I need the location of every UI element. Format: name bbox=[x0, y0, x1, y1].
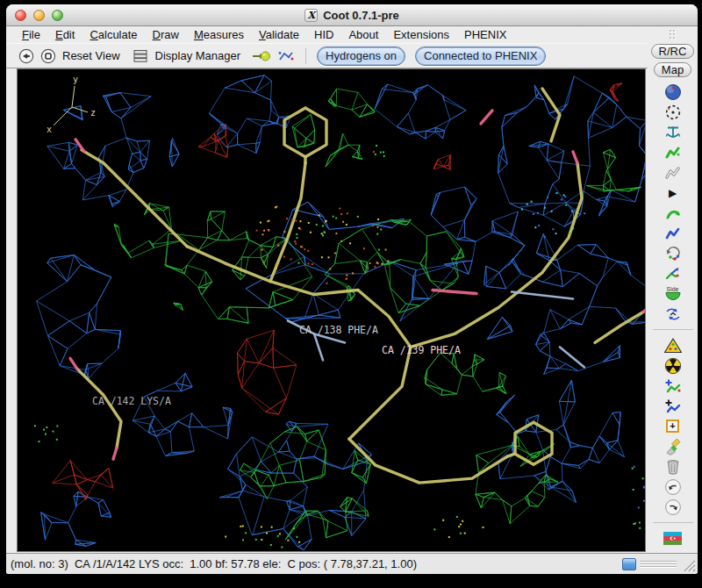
recentre-button[interactable] bbox=[40, 48, 56, 64]
go-to-ligand-icon[interactable] bbox=[252, 49, 271, 63]
atom-label: CA /142 LYS/A bbox=[92, 395, 171, 407]
x11-icon: X bbox=[304, 9, 318, 22]
menu-hid[interactable]: HID bbox=[309, 27, 339, 42]
toolbar-separator bbox=[305, 48, 306, 64]
toolbar-grip-dots[interactable] bbox=[670, 30, 677, 40]
svg-text:x: x bbox=[47, 125, 52, 134]
icon-separator bbox=[653, 522, 693, 523]
status-blue-indicator bbox=[622, 558, 636, 570]
menu-phenix[interactable]: PHENIX bbox=[459, 27, 512, 42]
svg-text:y: y bbox=[73, 75, 78, 84]
menu-edit[interactable]: Edit bbox=[50, 27, 80, 42]
coot-window: X Coot 0.7.1-pre File Edit Calculate Dra… bbox=[6, 4, 698, 574]
svg-text:z: z bbox=[90, 108, 96, 118]
rotate-translate-icon[interactable] bbox=[661, 204, 685, 222]
menu-measures[interactable]: Measures bbox=[189, 27, 249, 42]
toolbar: Reset View Display Manager Hydrogens on … bbox=[6, 43, 648, 68]
paintbrush-icon[interactable] bbox=[661, 437, 685, 455]
redo-icon[interactable] bbox=[661, 498, 685, 516]
globe-icon[interactable] bbox=[661, 82, 685, 101]
add-alt-conf-icon[interactable] bbox=[661, 397, 685, 415]
status-lines bbox=[640, 561, 677, 567]
menu-draw[interactable]: Draw bbox=[147, 27, 184, 42]
gl-canvas-frame: yxzCA /138 PHE/ACA /139 PHE/ACA /142 LYS… bbox=[17, 68, 646, 552]
real-space-refine-icon[interactable] bbox=[661, 143, 685, 161]
auto-fit-rotamer-icon[interactable] bbox=[661, 224, 685, 242]
add-terminal-residue-icon[interactable] bbox=[661, 376, 685, 395]
simple-mutate-icon[interactable] bbox=[661, 356, 685, 375]
zoom-button[interactable] bbox=[52, 10, 63, 21]
menu-calculate[interactable]: Calculate bbox=[84, 27, 142, 42]
icon-separator bbox=[653, 329, 693, 330]
menu-file[interactable]: File bbox=[17, 27, 46, 42]
statusbar: (mol. no: 3) CA /1/A/142 LYS occ: 1.00 b… bbox=[6, 553, 698, 574]
title-wrap: X Coot 0.7.1-pre bbox=[304, 9, 399, 22]
jiggle-fit-icon[interactable] bbox=[661, 305, 685, 323]
mutate-autofit-icon[interactable] bbox=[661, 336, 685, 355]
close-button[interactable] bbox=[15, 10, 26, 21]
rotamers-icon[interactable] bbox=[661, 244, 685, 262]
desktop-background: X Coot 0.7.1-pre File Edit Calculate Dra… bbox=[0, 0, 702, 588]
phenix-connection-button[interactable]: Connected to PHENIX bbox=[415, 47, 546, 66]
place-atom-icon[interactable]: + bbox=[661, 417, 685, 435]
back-view-button[interactable] bbox=[18, 48, 34, 64]
model-toolbar-icons: ▶ Side bbox=[653, 82, 693, 553]
display-manager-icon[interactable] bbox=[132, 48, 149, 64]
undo-icon[interactable] bbox=[661, 477, 685, 496]
menu-about[interactable]: About bbox=[343, 27, 383, 42]
menu-extensions[interactable]: Extensions bbox=[388, 27, 455, 42]
traffic-lights bbox=[15, 10, 63, 21]
status-right-cluster bbox=[622, 556, 698, 572]
display-manager-button[interactable]: Display Manager bbox=[155, 49, 241, 62]
atom-label: CA /139 PHE/A bbox=[382, 344, 461, 356]
rigid-body-fit-icon[interactable]: ▶ bbox=[661, 183, 685, 202]
hydrogens-toggle-button[interactable]: Hydrogens on bbox=[317, 47, 405, 66]
side-label: Side bbox=[666, 286, 678, 292]
menu-validate[interactable]: Validate bbox=[254, 27, 304, 42]
status-text: (mol. no: 3) CA /1/A/142 LYS occ: 1.00 b… bbox=[11, 557, 417, 570]
recentre-reticle-icon[interactable] bbox=[661, 103, 685, 121]
minimize-button[interactable] bbox=[33, 10, 45, 21]
gl-canvas[interactable]: yxzCA /138 PHE/ACA /139 PHE/ACA /142 LYS… bbox=[18, 69, 645, 551]
delete-item-icon[interactable] bbox=[661, 457, 685, 476]
window-title: Coot 0.7.1-pre bbox=[323, 9, 399, 22]
regularize-zone-icon[interactable] bbox=[661, 163, 685, 182]
flag-icon[interactable] bbox=[661, 529, 685, 548]
molecule-icon[interactable] bbox=[277, 48, 295, 64]
measures-anchor-icon[interactable] bbox=[661, 123, 685, 141]
titlebar[interactable]: X Coot 0.7.1-pre bbox=[6, 4, 698, 26]
flip-sidechain-icon[interactable]: Side bbox=[661, 284, 685, 303]
resize-grip[interactable] bbox=[680, 556, 696, 572]
map-button[interactable]: Map bbox=[654, 62, 691, 77]
viewport-area: yxzCA /138 PHE/ACA /139 PHE/ACA /142 LYS… bbox=[6, 68, 648, 553]
menubar: File Edit Calculate Draw Measures Valida… bbox=[6, 26, 648, 43]
rrc-button[interactable]: R/RC bbox=[651, 44, 695, 59]
atom-label: CA /138 PHE/A bbox=[299, 324, 378, 336]
reset-view-button[interactable]: Reset View bbox=[62, 49, 120, 62]
edit-chi-angles-icon[interactable] bbox=[661, 264, 685, 283]
right-toolbar: R/RC Map ▶ bbox=[648, 26, 698, 553]
